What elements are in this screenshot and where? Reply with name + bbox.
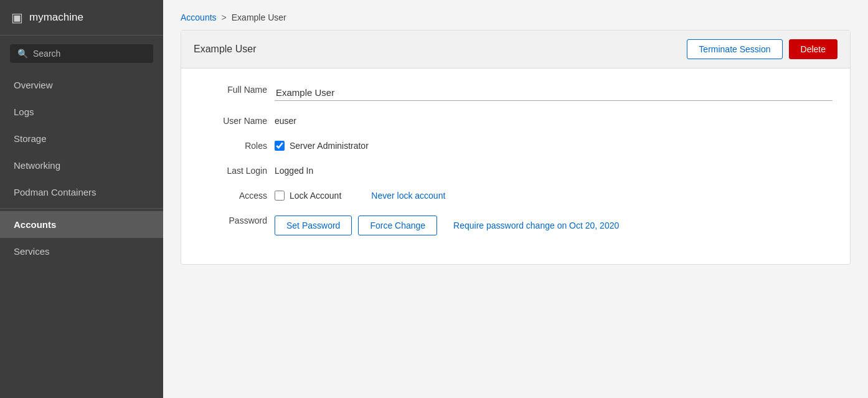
access-value: Lock Account Never lock account (275, 187, 833, 201)
full-name-label: Full Name (199, 81, 267, 95)
user-name-row: User Name euser (199, 112, 833, 126)
sidebar-item-podman-containers[interactable]: Podman Containers (0, 179, 163, 206)
roles-value: Server Administrator (275, 137, 833, 151)
full-name-input[interactable] (275, 85, 833, 101)
access-checkbox-row: Lock Account Never lock account (275, 191, 833, 201)
force-change-button[interactable]: Force Change (358, 216, 437, 235)
last-login-value: Logged In (275, 162, 833, 176)
sidebar-item-accounts[interactable]: Accounts (0, 211, 163, 238)
sidebar-item-overview[interactable]: Overview (0, 72, 163, 98)
sidebar-item-networking[interactable]: Networking (0, 152, 163, 179)
password-label: Password (199, 212, 267, 225)
card-header-actions: Terminate Session Delete (687, 39, 837, 59)
machine-icon: ▣ (11, 10, 23, 25)
user-name-value: euser (275, 112, 833, 126)
access-row: Access Lock Account Never lock account (199, 187, 833, 201)
full-name-value (275, 81, 833, 101)
roles-label: Roles (199, 137, 267, 151)
search-box[interactable]: 🔍 Search (10, 44, 153, 63)
sidebar-item-logs[interactable]: Logs (0, 98, 163, 125)
sidebar-item-services[interactable]: Services (0, 238, 163, 265)
user-name-label: User Name (199, 112, 267, 126)
password-row: Password Set Password Force Change Requi… (199, 212, 833, 235)
server-admin-checkbox[interactable] (275, 141, 285, 151)
delete-button[interactable]: Delete (789, 39, 837, 59)
search-label: Search (33, 49, 60, 59)
breadcrumb-current: Example User (232, 12, 286, 22)
breadcrumb: Accounts > Example User (163, 0, 868, 30)
user-card: Example User Terminate Session Delete Fu… (181, 30, 851, 265)
never-lock-link[interactable]: Never lock account (371, 191, 445, 201)
server-admin-label: Server Administrator (290, 141, 369, 151)
password-value: Set Password Force Change Require passwo… (275, 212, 833, 235)
roles-row: Roles Server Administrator (199, 137, 833, 151)
card-header: Example User Terminate Session Delete (181, 31, 850, 69)
main-content: Accounts > Example User Example User Ter… (163, 0, 868, 398)
set-password-button[interactable]: Set Password (275, 216, 352, 235)
sidebar-nav: Overview Logs Storage Networking Podman … (0, 72, 163, 398)
roles-checkbox-row: Server Administrator (275, 141, 833, 151)
breadcrumb-separator: > (222, 12, 227, 22)
password-actions: Set Password Force Change Require passwo… (275, 216, 833, 235)
lock-account-label: Lock Account (290, 191, 341, 201)
sidebar-header: ▣ mymachine (0, 0, 163, 36)
terminate-session-button[interactable]: Terminate Session (687, 39, 782, 59)
card-body: Full Name User Name euser Roles Server A… (181, 69, 850, 264)
lock-account-checkbox[interactable] (275, 191, 285, 201)
search-icon: 🔍 (17, 49, 28, 59)
sidebar: ▣ mymachine 🔍 Search Overview Logs Stora… (0, 0, 163, 398)
breadcrumb-parent[interactable]: Accounts (181, 12, 217, 22)
card-title: Example User (194, 44, 256, 55)
sidebar-divider (0, 208, 163, 209)
password-info: Require password change on Oct 20, 2020 (453, 220, 619, 230)
last-login-label: Last Login (199, 162, 267, 176)
access-label: Access (199, 187, 267, 201)
last-login-row: Last Login Logged In (199, 162, 833, 176)
machine-name: mymachine (29, 11, 83, 24)
full-name-row: Full Name (199, 81, 833, 101)
sidebar-item-storage[interactable]: Storage (0, 125, 163, 152)
